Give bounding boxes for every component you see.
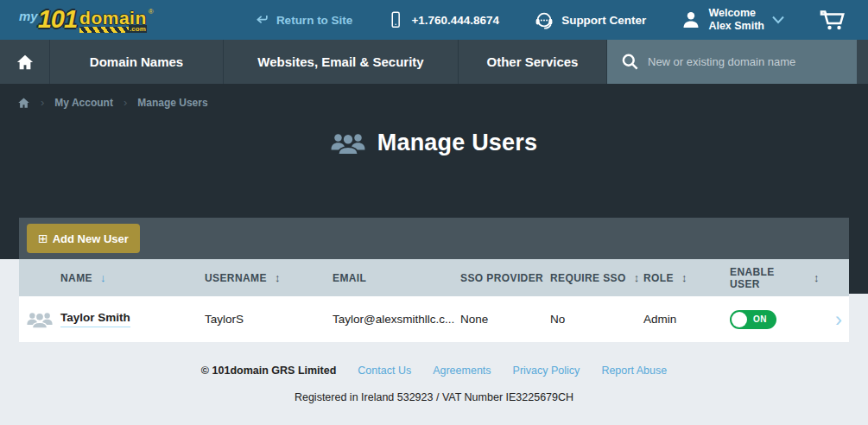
header-name[interactable]: NAME ↓ bbox=[60, 271, 205, 284]
nav-item-domain-names[interactable]: Domain Names bbox=[50, 40, 224, 84]
users-group-icon bbox=[331, 131, 365, 155]
header-email: EMAIL bbox=[333, 272, 460, 284]
chevron-down-icon bbox=[771, 15, 785, 25]
header-role[interactable]: ROLE ↕ bbox=[643, 271, 730, 284]
footer-link-privacy-policy[interactable]: Privacy Policy bbox=[513, 365, 580, 377]
sort-both-icon[interactable]: ↕ bbox=[634, 271, 640, 284]
breadcrumb-separator: › bbox=[124, 96, 127, 109]
logo-hazard-stripes: .com bbox=[79, 27, 147, 33]
logo-number: 101 bbox=[38, 8, 77, 30]
phone-link[interactable]: +1.760.444.8674 bbox=[387, 10, 499, 29]
phone-number: +1.760.444.8674 bbox=[411, 14, 499, 27]
header-require-sso[interactable]: REQUIRE SSO ↕ bbox=[550, 271, 643, 284]
content-section: NAME ↓ USERNAME ↕ EMAIL SSO PROVIDER REQ… bbox=[0, 259, 868, 425]
search-icon bbox=[621, 53, 639, 71]
users-group-icon bbox=[27, 311, 53, 328]
account-menu[interactable]: Welcome Alex Smith bbox=[681, 7, 785, 33]
row-user-icon-cell bbox=[19, 311, 60, 328]
add-new-user-button[interactable]: ⊞ Add New User bbox=[27, 224, 140, 253]
top-bar: my 101 domain .com ® Return to Site bbox=[0, 0, 868, 40]
site-logo[interactable]: my 101 domain .com ® bbox=[19, 8, 154, 33]
cell-require-sso: No bbox=[550, 313, 643, 326]
cell-name: Taylor Smith bbox=[60, 311, 205, 327]
return-arrow-icon bbox=[255, 13, 269, 28]
nav-filler bbox=[857, 40, 868, 84]
topbar-actions: Return to Site +1.760.444.8674 bbox=[255, 7, 846, 33]
breadcrumb-manage-users[interactable]: Manage Users bbox=[137, 97, 207, 109]
enable-user-toggle[interactable]: ON bbox=[730, 310, 776, 329]
toggle-state-label: ON bbox=[753, 314, 767, 324]
header-enable-user[interactable]: ENABLE USER ↕ bbox=[730, 266, 820, 290]
logo-prefix: my bbox=[19, 9, 38, 23]
cart-button[interactable] bbox=[820, 9, 846, 31]
toggle-knob bbox=[732, 312, 747, 327]
registered-mark: ® bbox=[149, 8, 154, 16]
breadcrumb: › My Account › Manage Users bbox=[0, 84, 868, 109]
header-sso-provider: SSO PROVIDER bbox=[460, 272, 550, 284]
support-center-label: Support Center bbox=[561, 14, 646, 27]
cell-row-chevron: › bbox=[820, 311, 849, 328]
breadcrumb-my-account[interactable]: My Account bbox=[54, 97, 113, 109]
users-table-header: NAME ↓ USERNAME ↕ EMAIL SSO PROVIDER REQ… bbox=[19, 259, 849, 296]
nav-home-button[interactable] bbox=[0, 40, 50, 84]
user-name-link[interactable]: Taylor Smith bbox=[60, 311, 130, 327]
cell-email: Taylor@alexsmithllc.c... bbox=[333, 313, 460, 326]
add-icon: ⊞ bbox=[38, 232, 48, 245]
table-row[interactable]: Taylor Smith TaylorS Taylor@alexsmithllc… bbox=[19, 296, 849, 342]
main-nav: Domain Names Websites, Email & Security … bbox=[0, 40, 868, 84]
sort-both-icon[interactable]: ↕ bbox=[275, 271, 281, 284]
footer-links-row: © 101domain GRS Limited Contact Us Agree… bbox=[0, 365, 868, 377]
sort-down-icon[interactable]: ↓ bbox=[100, 271, 106, 284]
cell-username: TaylorS bbox=[205, 313, 333, 326]
domain-search-input[interactable] bbox=[648, 55, 838, 68]
sort-both-icon[interactable]: ↕ bbox=[681, 271, 687, 284]
support-center-link[interactable]: Support Center bbox=[534, 10, 646, 30]
cell-sso-provider: None bbox=[460, 313, 550, 326]
chevron-right-icon[interactable]: › bbox=[835, 311, 842, 328]
page-title: Manage Users bbox=[377, 130, 537, 156]
user-icon bbox=[681, 10, 701, 30]
cell-enable-user: ON bbox=[730, 310, 820, 329]
nav-item-other-services[interactable]: Other Services bbox=[459, 40, 607, 84]
mobile-phone-icon bbox=[387, 10, 404, 29]
page-title-row: Manage Users bbox=[0, 130, 868, 156]
headset-icon bbox=[534, 10, 554, 30]
logo-tld: .com bbox=[129, 25, 147, 33]
home-icon bbox=[16, 54, 35, 71]
domain-search-box bbox=[607, 40, 857, 84]
sort-both-icon[interactable]: ↕ bbox=[814, 271, 820, 284]
logo-word: domain .com bbox=[79, 10, 147, 33]
registration-text: Registered in Ireland 532923 / VAT Numbe… bbox=[0, 391, 868, 403]
cell-role: Admin bbox=[643, 313, 730, 326]
header-username[interactable]: USERNAME ↕ bbox=[205, 271, 333, 284]
footer-link-report-abuse[interactable]: Report Abuse bbox=[601, 365, 667, 377]
breadcrumb-home-icon[interactable] bbox=[17, 97, 30, 109]
return-to-site-label: Return to Site bbox=[276, 14, 353, 27]
footer-link-agreements[interactable]: Agreements bbox=[433, 365, 491, 377]
cart-icon bbox=[820, 9, 846, 31]
users-table: NAME ↓ USERNAME ↕ EMAIL SSO PROVIDER REQ… bbox=[19, 259, 849, 342]
footer-link-contact-us[interactable]: Contact Us bbox=[358, 365, 411, 377]
hero-corner-notch bbox=[849, 259, 868, 294]
nav-item-websites-email-security[interactable]: Websites, Email & Security bbox=[224, 40, 459, 84]
breadcrumb-separator: › bbox=[41, 96, 44, 109]
copyright-text: © 101domain GRS Limited bbox=[201, 365, 336, 377]
table-toolbar: ⊞ Add New User bbox=[19, 218, 849, 259]
welcome-text: Welcome Alex Smith bbox=[708, 7, 764, 33]
hero-section: › My Account › Manage Users Manage Users… bbox=[0, 84, 868, 259]
return-to-site-link[interactable]: Return to Site bbox=[255, 13, 353, 28]
